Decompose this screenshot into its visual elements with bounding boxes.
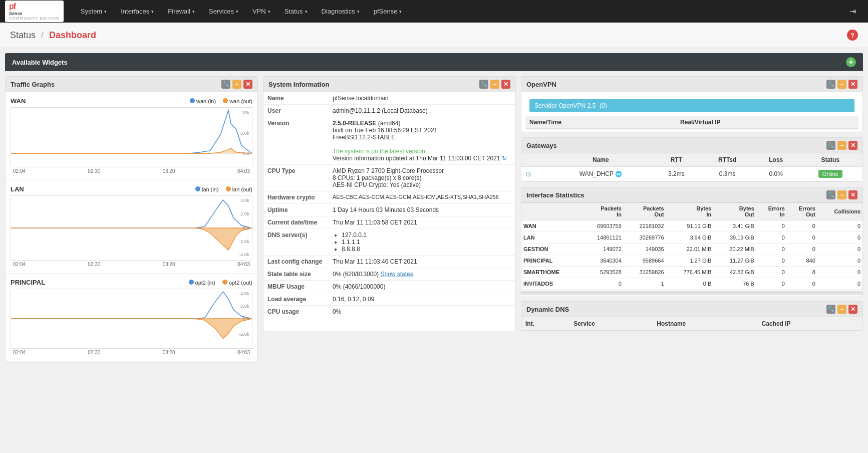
wan-legend-out: wan (out) — [223, 98, 252, 104]
table-row: SMARTHOME 5293528 31259826 776.45 MiB 42… — [521, 267, 862, 278]
dashboard-grid: System Information 🔧 − ✕ Name pfSense.lo… — [0, 71, 868, 367]
dynamic-dns-widget: Dynamic DNS 🔧 − ✕ Int. Service Hostname … — [521, 301, 863, 331]
iface-pkts-out: 30269776 — [624, 232, 666, 244]
principal-graph-title: PRINCIPAL — [11, 279, 45, 286]
iface-pkts-in: 3640304 — [581, 255, 624, 267]
add-widget-button[interactable]: + — [846, 57, 856, 67]
lan-graph-section: LAN lan (in) lan (out) 4.0k 2.0k 0.0 -2.… — [6, 180, 257, 274]
svg-marker-5 — [11, 228, 252, 250]
ddns-close-icon[interactable]: ✕ — [848, 305, 857, 314]
svg-text:5.0k: 5.0k — [240, 130, 249, 136]
table-row: Name/Time Real/Virtual IP — [525, 116, 858, 129]
nav-system[interactable]: System ▾ — [74, 0, 114, 23]
gateway-status-icon: ⊙ — [521, 167, 549, 181]
x-label: 02:04 — [13, 168, 26, 174]
iface-collisions: 0 — [817, 232, 862, 244]
ifstats-tbody: WAN 69603759 22181032 91.11 GiB 3.41 GiB… — [521, 220, 862, 290]
list-item: 127.0.0.1 — [342, 232, 511, 239]
list-item: 1.1.1.1 — [342, 239, 511, 246]
sysinfo-user-label: User — [263, 105, 329, 117]
iface-bytes-out: 42.82 GiB — [713, 267, 756, 278]
table-row: GESTION 149072 149035 22.01 MiB 20.22 Mi… — [521, 244, 862, 255]
nav-services[interactable]: Services ▾ — [202, 0, 245, 23]
wan-graph-canvas: 10k 5.0k 0.0 — [11, 107, 252, 167]
system-info-configure-icon[interactable]: 🔧 — [479, 80, 488, 89]
breadcrumb-separator: / — [41, 30, 46, 40]
svg-text:2.0k: 2.0k — [240, 304, 249, 309]
iface-bytes-out: 11.27 GiB — [713, 255, 756, 267]
horizontal-scrollbar[interactable] — [521, 291, 862, 295]
show-states-link[interactable]: Show states — [380, 271, 413, 278]
iface-bytes-in: 3.64 GiB — [666, 232, 714, 244]
ddns-minimize-icon[interactable]: − — [837, 305, 846, 314]
ddns-configure-icon[interactable]: 🔧 — [826, 305, 835, 314]
gateways-close-icon[interactable]: ✕ — [848, 141, 857, 150]
openvpn-close-icon[interactable]: ✕ — [848, 80, 857, 89]
breadcrumb: Status / Dashboard ? — [0, 23, 868, 48]
openvpn-minimize-icon[interactable]: − — [837, 80, 846, 89]
system-info-close-icon[interactable]: ✕ — [501, 80, 510, 89]
principal-graph-header: PRINCIPAL opt2 (in) opt2 (out) — [11, 279, 252, 286]
nav-interfaces[interactable]: Interfaces ▾ — [114, 0, 161, 23]
nav-firewall[interactable]: Firewall ▾ — [161, 0, 202, 23]
svg-text:0.0: 0.0 — [243, 316, 249, 321]
iface-err-in: 0 — [756, 220, 787, 232]
iface-pkts-out: 22181032 — [624, 220, 666, 232]
principal-x-labels: 02:04 02:30 03:20 04:03 — [11, 349, 252, 356]
gateways-configure-icon[interactable]: 🔧 — [826, 141, 835, 150]
sysinfo-hwcrypto-label: Hardware crypto — [263, 191, 329, 204]
ddns-col-ip: Cached IP — [758, 317, 862, 331]
nav-diagnostics[interactable]: Diagnostics ▾ — [315, 0, 367, 23]
gateway-rtt: 3.2ms — [652, 167, 701, 181]
gateway-name: WAN_DHCP 🌐 — [549, 167, 652, 181]
lan-legend: lan (in) lan (out) — [195, 186, 252, 192]
interface-stats-scroll[interactable]: PacketsIn PacketsOut BytesIn BytesOut Er… — [521, 203, 862, 296]
openvpn-configure-icon[interactable]: 🔧 — [826, 80, 835, 89]
x-label: 04:03 — [237, 262, 250, 267]
traffic-graphs-minimize-icon[interactable]: − — [232, 80, 241, 89]
iface-pkts-in: 5293528 — [581, 267, 624, 278]
svg-text:10k: 10k — [242, 110, 249, 115]
sysinfo-statetable-label: State table size — [263, 268, 329, 281]
iface-err-out: 0 — [787, 244, 817, 255]
traffic-graphs-header: Traffic Graphs 🔧 − ✕ — [6, 77, 257, 92]
nav-status[interactable]: Status ▾ — [277, 0, 315, 23]
x-label: 02:30 — [88, 350, 100, 355]
ifstats-col-errs-out: ErrorsOut — [787, 203, 817, 220]
gateways-icons: 🔧 − ✕ — [826, 141, 857, 150]
traffic-graphs-close-icon[interactable]: ✕ — [243, 80, 252, 89]
ifstats-close-icon[interactable]: ✕ — [848, 190, 857, 199]
nav-menu: System ▾ Interfaces ▾ Firewall ▾ Service… — [74, 0, 842, 23]
nav-pfsense[interactable]: pfSense ▾ — [367, 0, 409, 23]
table-row: CPU Type AMD Ryzen 7 2700 Eight-Core Pro… — [263, 165, 515, 191]
nav-vpn[interactable]: VPN ▾ — [245, 0, 277, 23]
openvpn-col-nametime: Name/Time — [525, 116, 676, 129]
ifstats-col-bytes-in: BytesIn — [666, 203, 714, 220]
help-icon[interactable]: ? — [847, 30, 858, 41]
iface-err-in: 0 — [756, 255, 787, 267]
sysinfo-cpu-label: CPU Type — [263, 165, 329, 191]
gateways-minimize-icon[interactable]: − — [837, 141, 846, 150]
table-row: Version 2.5.0-RELEASE (amd64) built on T… — [263, 117, 515, 165]
traffic-graphs-configure-icon[interactable]: 🔧 — [221, 80, 230, 89]
wan-graph-svg: 10k 5.0k 0.0 — [11, 108, 252, 167]
x-label: 02:04 — [13, 262, 26, 267]
lan-legend-out: lan (out) — [226, 186, 252, 192]
chevron-down-icon: ▾ — [357, 9, 360, 14]
iface-pkts-out: 9589664 — [624, 255, 666, 267]
principal-legend-in: opt2 (in) — [189, 280, 215, 286]
ifstats-minimize-icon[interactable]: − — [837, 190, 846, 199]
x-label: 02:30 — [88, 262, 100, 267]
system-info-minimize-icon[interactable]: − — [490, 80, 499, 89]
ifstats-configure-icon[interactable]: 🔧 — [826, 190, 835, 199]
sysinfo-dns-value: 127.0.0.1 1.1.1.1 8.8.8.8 — [329, 229, 515, 256]
table-row: Int. Service Hostname Cached IP — [521, 317, 862, 331]
openvpn-title: OpenVPN — [526, 81, 556, 88]
refresh-icon[interactable]: ↻ — [502, 155, 507, 162]
iface-pkts-out: 149035 — [624, 244, 666, 255]
gateways-col-name: Name — [549, 153, 652, 167]
logout-button[interactable]: ⇥ — [842, 7, 863, 16]
breadcrumb-parent: Status — [10, 30, 36, 40]
traffic-graphs-icons: 🔧 − ✕ — [221, 80, 252, 89]
traffic-graphs-widget: Traffic Graphs 🔧 − ✕ WAN wan (in) wan (o… — [5, 76, 258, 362]
